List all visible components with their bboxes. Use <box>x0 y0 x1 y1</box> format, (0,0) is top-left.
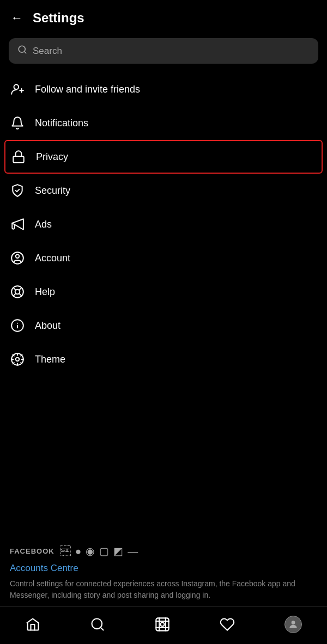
nav-search-button[interactable] <box>87 614 108 635</box>
menu-label-account: Account <box>35 253 70 264</box>
search-bar[interactable]: Search <box>9 38 318 64</box>
search-icon <box>17 45 27 57</box>
facebook-brand-label: FACEBOOK <box>10 547 55 555</box>
svg-rect-5 <box>13 156 24 163</box>
menu-label-follow: Follow and invite friends <box>35 84 140 95</box>
fb-logo-icon: ● <box>75 545 81 557</box>
whatsapp-icon: ◩ <box>113 545 123 557</box>
nav-home-button[interactable] <box>22 614 44 635</box>
avatar <box>284 616 302 633</box>
svg-point-7 <box>16 255 20 259</box>
svg-line-12 <box>19 287 22 290</box>
menu-item-privacy[interactable]: Privacy <box>4 140 323 174</box>
reels-icon <box>155 617 170 632</box>
back-button[interactable]: ← <box>9 9 25 27</box>
info-icon <box>10 318 25 333</box>
menu-item-notifications[interactable]: Notifications <box>4 106 323 140</box>
nav-search-icon <box>90 617 105 632</box>
menu-item-ads[interactable]: Ads <box>4 207 323 241</box>
nav-likes-button[interactable] <box>216 614 238 635</box>
menu-item-account[interactable]: Account <box>4 241 323 275</box>
account-icon <box>10 250 25 266</box>
nav-profile-button[interactable] <box>281 612 305 636</box>
menu-label-help: Help <box>35 286 55 298</box>
menu-item-theme[interactable]: Theme <box>4 342 323 376</box>
heart-icon <box>220 617 235 632</box>
instagram-icon: ▢ <box>99 545 109 557</box>
home-icon <box>25 617 40 632</box>
svg-line-13 <box>13 293 16 296</box>
lock-icon <box>11 149 26 164</box>
menu-item-follow[interactable]: Follow and invite friends <box>4 72 323 106</box>
bottom-nav <box>0 606 327 644</box>
menu-list: Follow and invite friends Notifications … <box>0 72 327 534</box>
menu-label-notifications: Notifications <box>35 118 88 129</box>
svg-point-35 <box>292 621 295 624</box>
oculus-icon: — <box>128 545 138 557</box>
facebook-icon:  <box>60 545 71 557</box>
svg-point-2 <box>14 84 19 89</box>
shield-icon <box>10 183 25 198</box>
facebook-icons-row:  ● ◉ ▢ ◩ — <box>60 545 138 557</box>
nav-reels-button[interactable] <box>152 614 173 635</box>
megaphone-icon <box>10 217 25 232</box>
accounts-centre-link[interactable]: Accounts Centre <box>10 563 317 574</box>
svg-line-28 <box>100 627 103 630</box>
menu-item-help[interactable]: Help <box>4 275 323 309</box>
svg-line-11 <box>19 293 22 296</box>
svg-line-10 <box>13 287 16 290</box>
menu-label-theme: Theme <box>35 354 65 365</box>
menu-label-about: About <box>35 320 60 332</box>
menu-item-about[interactable]: About <box>4 309 323 342</box>
messenger-icon: ◉ <box>86 545 95 557</box>
page-title: Settings <box>33 10 84 26</box>
menu-label-privacy: Privacy <box>36 151 68 163</box>
bell-icon <box>10 115 25 131</box>
header: ← Settings <box>0 0 327 33</box>
search-placeholder: Search <box>33 46 62 57</box>
facebook-brand-row: FACEBOOK  ● ◉ ▢ ◩ — <box>10 545 317 557</box>
theme-icon <box>10 352 25 367</box>
help-icon <box>10 284 25 299</box>
follow-icon <box>10 82 25 97</box>
svg-rect-29 <box>156 618 168 630</box>
svg-line-1 <box>24 51 26 53</box>
menu-item-security[interactable]: Security <box>4 174 323 207</box>
menu-label-ads: Ads <box>35 219 52 230</box>
svg-point-18 <box>16 358 20 361</box>
menu-label-security: Security <box>35 185 70 197</box>
facebook-section: FACEBOOK  ● ◉ ▢ ◩ — Accounts Centre Con… <box>0 534 327 606</box>
accounts-centre-description: Control settings for connected experienc… <box>10 578 317 601</box>
svg-point-30 <box>160 623 164 627</box>
